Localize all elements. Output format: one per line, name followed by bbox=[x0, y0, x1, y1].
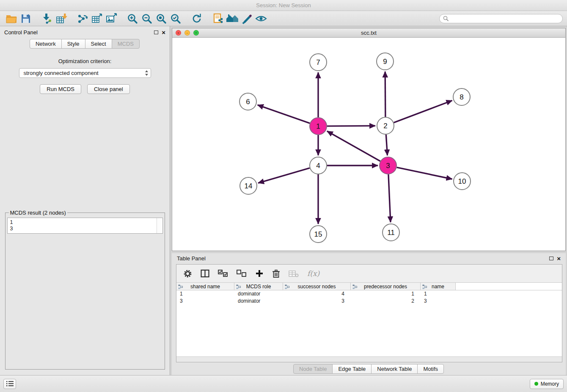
graph-edge-2-9[interactable] bbox=[385, 72, 385, 117]
column-header-shared-name[interactable]: shared name bbox=[176, 283, 234, 290]
show-columns-button[interactable] bbox=[201, 269, 209, 278]
export-table-button[interactable] bbox=[90, 12, 104, 25]
tab-mcds[interactable]: MCDS bbox=[112, 39, 140, 49]
table-tabs: Node TableEdge TableNetwork TableMotifs bbox=[172, 362, 566, 375]
save-session-button[interactable] bbox=[19, 12, 33, 25]
table-cell[interactable]: 3 bbox=[176, 298, 234, 305]
zoom-window-icon[interactable]: + bbox=[193, 30, 199, 36]
tab-network[interactable]: Network bbox=[30, 39, 62, 49]
float-panel-icon[interactable] bbox=[154, 30, 158, 34]
table-cell[interactable]: dominator bbox=[234, 298, 283, 305]
function-builder-button[interactable]: f(x) bbox=[307, 269, 319, 278]
add-row-button[interactable] bbox=[255, 269, 264, 278]
table-cell[interactable]: 3 bbox=[421, 298, 456, 305]
deselect-all-button[interactable] bbox=[237, 270, 247, 277]
graph-node-15[interactable]: 15 bbox=[310, 226, 327, 243]
result-scrollbar[interactable] bbox=[157, 218, 162, 233]
minimize-window-icon[interactable]: − bbox=[184, 30, 190, 36]
svg-text:14: 14 bbox=[245, 182, 253, 190]
table-row[interactable]: 1dominator411 bbox=[176, 290, 562, 298]
table-cell[interactable]: dominator bbox=[234, 290, 283, 298]
table-settings-button[interactable] bbox=[183, 269, 192, 278]
delete-rows-button[interactable] bbox=[272, 269, 280, 278]
workspace-area: × − + scc.txt 7968124314101511 Table Pan… bbox=[170, 26, 567, 375]
column-header-name[interactable]: name bbox=[421, 283, 456, 290]
network-window-titlebar[interactable]: × − + scc.txt bbox=[172, 28, 565, 38]
apply-style-button[interactable] bbox=[239, 12, 254, 25]
refresh-button[interactable] bbox=[190, 12, 204, 25]
graph-edge-1-2[interactable] bbox=[327, 126, 375, 126]
search-field[interactable] bbox=[439, 14, 563, 23]
network-document-button[interactable] bbox=[211, 12, 225, 25]
run-mcds-button[interactable]: Run MCDS bbox=[40, 84, 81, 94]
table-row[interactable]: 3dominator323 bbox=[176, 298, 562, 305]
graph-node-1[interactable]: 1 bbox=[310, 118, 327, 135]
table-cell[interactable]: 3 bbox=[283, 298, 351, 305]
import-table-button[interactable] bbox=[54, 12, 69, 25]
table-cell[interactable]: 1 bbox=[176, 290, 234, 298]
export-network-button[interactable] bbox=[75, 12, 90, 25]
table-tab-motifs[interactable]: Motifs bbox=[417, 364, 444, 374]
import-network-button[interactable] bbox=[40, 12, 54, 25]
close-panel-button[interactable]: Close panel bbox=[87, 84, 130, 94]
plus-icon bbox=[255, 269, 264, 278]
graph-node-7[interactable]: 7 bbox=[310, 54, 327, 71]
close-table-panel-icon[interactable]: × bbox=[557, 255, 561, 262]
select-all-button[interactable] bbox=[218, 270, 228, 277]
graph-edge-1-6[interactable] bbox=[258, 105, 310, 123]
graph-node-2[interactable]: 2 bbox=[377, 117, 394, 134]
table-tab-node-table[interactable]: Node Table bbox=[293, 364, 333, 374]
show-hide-panels-button[interactable] bbox=[254, 12, 268, 25]
column-header-predecessor-nodes[interactable]: predecessor nodes bbox=[351, 283, 421, 290]
graph-node-11[interactable]: 11 bbox=[383, 224, 399, 241]
close-panel-icon[interactable]: × bbox=[162, 29, 165, 36]
criterion-select[interactable]: strongly connected component bbox=[19, 68, 151, 78]
main-area: Control Panel × NetworkStyleSelectMCDS O… bbox=[0, 26, 567, 375]
memory-button[interactable]: Memory bbox=[530, 379, 564, 389]
float-table-panel-icon[interactable] bbox=[549, 257, 553, 260]
graph-edge-4-14[interactable] bbox=[258, 168, 310, 183]
graph-edge-3-10[interactable] bbox=[397, 167, 452, 179]
svg-text:11: 11 bbox=[387, 229, 395, 237]
tab-style[interactable]: Style bbox=[61, 39, 85, 49]
search-icon bbox=[443, 16, 449, 21]
graph-node-14[interactable]: 14 bbox=[240, 177, 257, 194]
search-input[interactable] bbox=[451, 15, 559, 22]
graph-edge-2-8[interactable] bbox=[394, 100, 452, 122]
close-window-icon[interactable]: × bbox=[176, 30, 181, 36]
graph-node-8[interactable]: 8 bbox=[453, 88, 470, 105]
table-cell[interactable]: 4 bbox=[283, 290, 351, 298]
column-header-MCDS-role[interactable]: MCDS role bbox=[234, 283, 283, 290]
table-tab-network-table[interactable]: Network Table bbox=[371, 364, 418, 374]
table-body[interactable]: 1dominator4113dominator323 bbox=[176, 290, 562, 356]
network-view[interactable]: 7968124314101511 bbox=[172, 38, 565, 251]
export-image-button[interactable] bbox=[104, 12, 118, 25]
network-graph[interactable]: 7968124314101511 bbox=[172, 38, 565, 251]
table-horizontal-scrollbar[interactable] bbox=[176, 356, 562, 362]
graph-node-3[interactable]: 3 bbox=[380, 157, 396, 174]
open-session-button[interactable] bbox=[4, 12, 19, 25]
column-header-successor-nodes[interactable]: successor nodes bbox=[283, 283, 351, 290]
zoom-fit-button[interactable] bbox=[154, 12, 168, 25]
graph-node-4[interactable]: 4 bbox=[310, 157, 327, 174]
table-cell[interactable]: 1 bbox=[351, 290, 421, 298]
window-titlebar[interactable]: Session: New Session bbox=[0, 0, 567, 11]
graph-edge-3-1[interactable] bbox=[327, 131, 380, 161]
svg-text:4: 4 bbox=[316, 162, 320, 170]
tab-select[interactable]: Select bbox=[85, 39, 112, 49]
table-tab-edge-table[interactable]: Edge Table bbox=[332, 364, 372, 374]
zoom-selected-button[interactable] bbox=[168, 12, 183, 25]
graph-node-9[interactable]: 9 bbox=[377, 53, 394, 70]
table-cell[interactable]: 1 bbox=[421, 290, 456, 298]
home-button[interactable] bbox=[225, 12, 239, 25]
task-history-button[interactable] bbox=[3, 379, 16, 389]
mcds-result-list[interactable]: 13 bbox=[7, 218, 163, 234]
zoom-in-button[interactable] bbox=[125, 12, 140, 25]
graph-edge-2-3[interactable] bbox=[386, 135, 387, 155]
graph-node-10[interactable]: 10 bbox=[454, 173, 471, 190]
graph-edge-3-11[interactable] bbox=[388, 174, 391, 222]
table-cell[interactable]: 2 bbox=[351, 298, 421, 305]
zoom-out-button[interactable] bbox=[140, 12, 154, 25]
graph-node-6[interactable]: 6 bbox=[239, 93, 256, 110]
column-type-icon bbox=[178, 284, 183, 289]
